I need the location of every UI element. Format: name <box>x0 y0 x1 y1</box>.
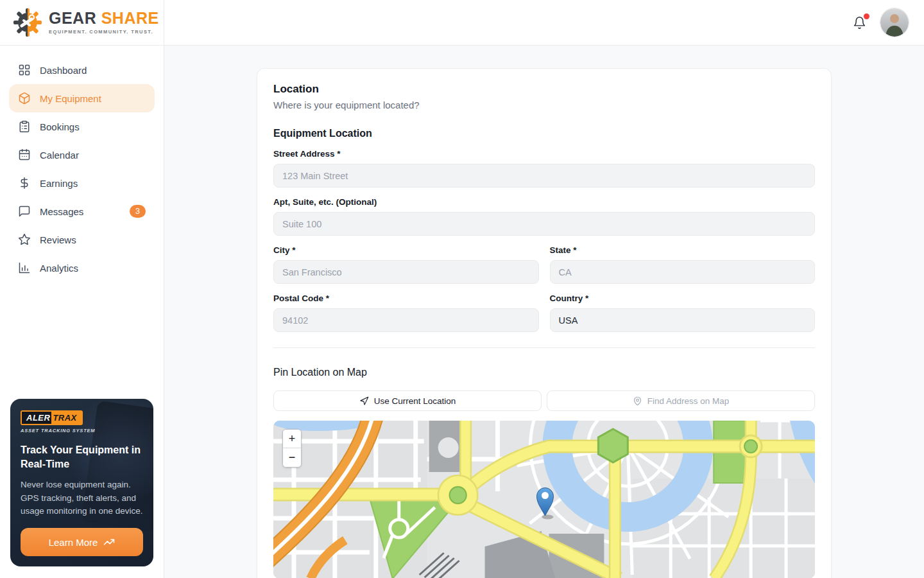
gear-handshake-logo-icon <box>13 8 42 37</box>
map-zoom-controls: + − <box>282 429 302 468</box>
calendar-icon <box>18 148 31 161</box>
sidebar-item-label: Reviews <box>40 234 76 245</box>
sidebar-item-label: Messages <box>40 206 83 217</box>
brand-logo[interactable]: GEAR SHARE EQUIPMENT. COMMUNITY. TRUST. <box>0 0 164 46</box>
promo-description: Never lose equipment again. GPS tracking… <box>21 478 143 518</box>
sidebar-item-dashboard[interactable]: Dashboard <box>9 56 155 84</box>
sidebar-item-my-equipment[interactable]: My Equipment <box>9 84 155 112</box>
trending-up-icon <box>103 536 115 548</box>
sidebar-item-analytics[interactable]: Analytics <box>9 254 155 282</box>
avatar-image <box>880 8 909 37</box>
notification-dot <box>864 13 869 19</box>
section-divider <box>273 347 815 348</box>
city-label: City * <box>273 245 539 255</box>
messages-count-badge: 3 <box>130 205 146 218</box>
alerttrax-logo-subtitle: ASSET TRACKING SYSTEM <box>21 428 143 434</box>
sidebar-item-bookings[interactable]: Bookings <box>9 112 155 141</box>
apt-suite-label: Apt, Suite, etc. (Optional) <box>273 197 815 207</box>
dollar-icon <box>18 177 31 189</box>
alerttrax-logo: ALERTRAX <box>21 410 83 425</box>
sidebar-item-label: Dashboard <box>40 65 87 76</box>
map-zoom-in-button[interactable]: + <box>283 430 301 448</box>
apt-suite-input[interactable] <box>273 212 815 236</box>
pin-location-heading: Pin Location on Map <box>273 367 815 378</box>
find-address-on-map-button[interactable]: Find Address on Map <box>547 390 815 411</box>
city-input[interactable] <box>273 260 539 284</box>
sidebar-item-label: Bookings <box>40 121 80 132</box>
street-address-input[interactable] <box>273 164 815 188</box>
map-illustration <box>273 421 815 578</box>
use-current-location-button[interactable]: Use Current Location <box>273 390 542 411</box>
dashboard-grid-icon <box>18 64 31 76</box>
postal-code-label: Postal Code * <box>273 293 539 303</box>
sidebar-item-messages[interactable]: Messages 3 <box>9 197 155 225</box>
promo-title: Track Your Equipment in Real-Time <box>21 443 143 471</box>
top-header <box>164 0 924 46</box>
sidebar-item-label: My Equipment <box>40 93 101 104</box>
sidebar: GEAR SHARE EQUIPMENT. COMMUNITY. TRUST. … <box>0 0 164 578</box>
sidebar-item-label: Calendar <box>40 150 79 161</box>
sidebar-item-calendar[interactable]: Calendar <box>9 141 155 169</box>
location-card: Location Where is your equipment located… <box>257 68 832 578</box>
street-address-label: Street Address * <box>273 149 815 159</box>
sidebar-item-earnings[interactable]: Earnings <box>9 169 155 197</box>
notifications-button[interactable] <box>853 16 866 30</box>
state-input[interactable] <box>550 260 816 284</box>
country-label: Country * <box>550 293 816 303</box>
chat-icon <box>18 205 31 218</box>
star-icon <box>18 233 31 246</box>
sidebar-item-label: Analytics <box>40 263 78 274</box>
country-input[interactable] <box>550 308 816 332</box>
clipboard-icon <box>18 120 31 133</box>
map-zoom-out-button[interactable]: − <box>283 448 301 467</box>
map-pin-icon <box>633 396 642 406</box>
postal-code-input[interactable] <box>273 308 539 332</box>
page-title: Location <box>273 83 815 96</box>
learn-more-button[interactable]: Learn More <box>21 528 143 556</box>
sidebar-nav: Dashboard My Equipment Bookings Calendar… <box>0 46 164 282</box>
equipment-location-heading: Equipment Location <box>273 128 815 139</box>
alerttrax-promo-card: ALERTRAX ASSET TRACKING SYSTEM Track You… <box>10 399 153 566</box>
package-icon <box>18 92 31 105</box>
navigation-arrow-icon <box>359 396 369 406</box>
map-canvas[interactable]: + − <box>273 421 815 578</box>
sidebar-item-reviews[interactable]: Reviews <box>9 225 155 254</box>
user-avatar[interactable] <box>880 8 909 37</box>
main-content: Location Where is your equipment located… <box>164 46 924 578</box>
page-subtitle: Where is your equipment located? <box>273 100 815 110</box>
brand-tagline: EQUIPMENT. COMMUNITY. TRUST. <box>49 29 159 35</box>
sidebar-item-label: Earnings <box>40 178 78 189</box>
state-label: State * <box>550 245 816 255</box>
bar-chart-icon <box>18 261 31 274</box>
brand-name: GEAR SHARE <box>49 10 159 26</box>
